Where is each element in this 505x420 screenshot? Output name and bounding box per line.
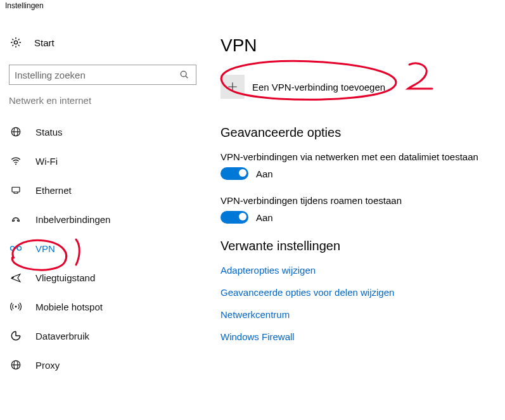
toggle-roaming[interactable] <box>221 211 248 224</box>
sidebar: Start Netwerk en internet Status <box>9 32 199 379</box>
sidebar-item-airplane[interactable]: Vliegtuigstand <box>9 263 199 292</box>
search-input[interactable] <box>9 65 196 85</box>
sidebar-item-dialup[interactable]: Inbelverbindingen <box>9 205 199 234</box>
sidebar-item-label: Mobiele hotspot <box>35 302 103 312</box>
wifi-icon <box>9 155 23 167</box>
sidebar-item-ethernet[interactable]: Ethernet <box>9 175 199 205</box>
airplane-icon <box>9 272 23 283</box>
link-network-center[interactable]: Netwerkcentrum <box>221 309 487 320</box>
plus-icon <box>221 75 245 99</box>
sidebar-item-label: VPN <box>35 243 55 254</box>
svg-rect-5 <box>12 188 20 193</box>
hotspot-icon <box>9 301 23 312</box>
link-sharing-options[interactable]: Geavanceerde opties voor delen wijzigen <box>221 287 487 298</box>
option-roaming-label: VPN-verbindingen tijdens roamen toestaan <box>221 195 487 206</box>
sidebar-item-proxy[interactable]: Proxy <box>9 350 199 379</box>
datausage-icon <box>9 330 23 341</box>
toggle-roaming-state: Aan <box>256 212 273 223</box>
sidebar-item-label: Dataverbruik <box>35 331 89 341</box>
sidebar-item-hotspot[interactable]: Mobiele hotspot <box>9 292 199 321</box>
sidebar-item-datausage[interactable]: Dataverbruik <box>9 321 199 350</box>
svg-point-4 <box>15 163 16 165</box>
sidebar-item-label: Vliegtuigstand <box>35 272 95 283</box>
option-roaming: VPN-verbindingen tijdens roamen toestaan… <box>221 195 487 224</box>
add-vpn-label: Een VPN-verbinding toevoegen <box>252 82 385 92</box>
advanced-options-title: Geavanceerde opties <box>221 125 487 140</box>
sidebar-item-label: Ethernet <box>35 185 72 196</box>
proxy-icon <box>9 359 23 371</box>
add-vpn-button[interactable]: Een VPN-verbinding toevoegen <box>221 75 487 99</box>
globe-icon <box>9 126 23 137</box>
svg-point-6 <box>11 246 15 250</box>
dialup-icon <box>9 213 23 225</box>
start-button[interactable]: Start <box>9 32 199 53</box>
svg-point-8 <box>15 306 17 308</box>
toggle-metered[interactable] <box>221 167 248 180</box>
option-metered-label: VPN-verbindingen via netwerken met een d… <box>221 151 487 162</box>
search-field[interactable] <box>15 70 178 80</box>
sidebar-item-label: Proxy <box>35 360 60 371</box>
gear-icon <box>9 36 23 49</box>
sidebar-nav: Status Wi-Fi Ethernet <box>9 117 199 379</box>
link-adapter-options[interactable]: Adapteropties wijzigen <box>221 265 487 276</box>
vpn-icon <box>9 243 23 254</box>
page-title: VPN <box>221 35 487 56</box>
sidebar-item-status[interactable]: Status <box>9 117 199 146</box>
svg-point-0 <box>14 41 17 44</box>
ethernet-icon <box>9 184 23 196</box>
link-windows-firewall[interactable]: Windows Firewall <box>221 331 487 342</box>
svg-point-7 <box>17 246 21 250</box>
search-icon <box>178 70 191 80</box>
sidebar-item-label: Inbelverbindingen <box>35 214 110 225</box>
option-metered: VPN-verbindingen via netwerken met een d… <box>221 151 487 180</box>
sidebar-item-label: Status <box>35 127 63 137</box>
sidebar-category: Netwerk en internet <box>9 95 199 106</box>
svg-point-1 <box>181 71 186 77</box>
start-label: Start <box>34 37 54 48</box>
window-title: Instellingen <box>5 1 44 10</box>
related-settings-title: Verwante instellingen <box>221 239 487 253</box>
sidebar-item-wifi[interactable]: Wi-Fi <box>9 146 199 175</box>
sidebar-item-vpn[interactable]: VPN <box>9 234 199 263</box>
toggle-metered-state: Aan <box>256 169 273 179</box>
sidebar-item-label: Wi-Fi <box>35 156 58 167</box>
main-content: VPN Een VPN-verbinding toevoegen Geavanc… <box>221 35 487 353</box>
